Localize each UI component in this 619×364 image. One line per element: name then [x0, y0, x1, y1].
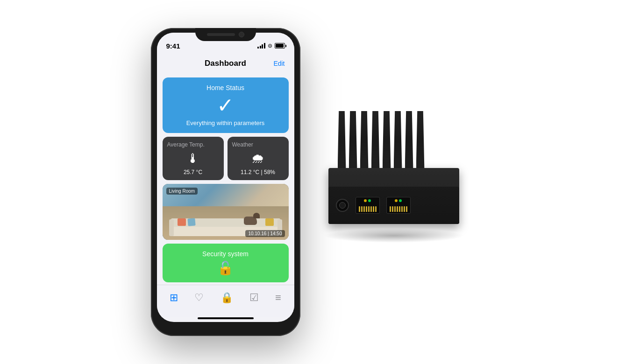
port-pins-2 — [390, 206, 407, 212]
led-green-2 — [399, 199, 402, 202]
pin-2 — [361, 206, 363, 212]
status-icons: ⊜ — [257, 42, 285, 49]
phone-camera — [239, 32, 244, 37]
circular-port — [336, 199, 349, 212]
hardware-box — [319, 112, 469, 252]
pin-1 — [359, 206, 360, 212]
phone: 9:41 ⊜ Dashboard Edit — [151, 28, 300, 336]
pin-16 — [406, 206, 407, 212]
nav-edit-button[interactable]: Edit — [273, 60, 285, 67]
heart-tab-icon: ♡ — [194, 292, 204, 304]
widgets-row: Average Temp. 🌡 25.7 °C Weather 🌧 11.2 °… — [163, 137, 289, 180]
pin-6 — [370, 206, 372, 212]
phone-content: Home Status ✓ Everything within paramete… — [157, 74, 294, 285]
port-pins-1 — [359, 206, 377, 212]
scene: 9:41 ⊜ Dashboard Edit — [151, 28, 469, 336]
pin-7 — [373, 206, 374, 212]
security-card[interactable]: Security system 🔓 — [163, 244, 289, 282]
home-status-description: Everything within parameters — [186, 119, 265, 126]
camera-card[interactable]: Living Room 10.10.16 | 14:50 — [163, 184, 289, 240]
fin-5 — [383, 111, 391, 172]
fin-7 — [405, 111, 413, 172]
signal-icon — [257, 43, 265, 49]
tab-tasks[interactable]: ☑ — [249, 292, 259, 304]
avg-temp-card[interactable]: Average Temp. 🌡 25.7 °C — [163, 137, 224, 180]
fin-8 — [416, 111, 425, 172]
wifi-icon: ⊜ — [268, 42, 272, 49]
status-time: 9:41 — [166, 42, 180, 50]
pin-13 — [399, 206, 400, 212]
weather-icon: 🌧 — [251, 151, 264, 166]
security-title: Security system — [202, 250, 249, 258]
phone-notch — [195, 28, 256, 41]
box-front — [328, 187, 459, 224]
battery-icon — [275, 43, 285, 49]
port-leds-1 — [364, 199, 371, 202]
weather-value: 11.2 °C | 58% — [241, 169, 275, 175]
weather-title: Weather — [232, 141, 253, 148]
led-green-1 — [368, 199, 371, 202]
fin-1 — [338, 111, 346, 172]
pin-4 — [366, 206, 367, 212]
port-leds-2 — [395, 199, 402, 202]
home-indicator — [198, 317, 254, 319]
tab-favorites[interactable]: ♡ — [194, 292, 204, 304]
heat-fins — [338, 111, 425, 172]
rj45-port-2 — [386, 197, 411, 214]
tasks-tab-icon: ☑ — [249, 292, 259, 304]
pin-15 — [404, 206, 405, 212]
fin-4 — [371, 111, 380, 172]
box-shadow — [324, 229, 464, 243]
pin-11 — [394, 206, 396, 212]
tab-bar: ⊞ ♡ 🔒 ☑ ≡ — [157, 285, 294, 317]
nav-bar: Dashboard Edit — [157, 53, 294, 74]
lock-tab-icon: 🔒 — [221, 292, 233, 304]
nav-title: Dashboard — [205, 59, 246, 68]
fin-2 — [349, 111, 357, 172]
dashboard-tab-icon: ⊞ — [170, 292, 178, 304]
camera-label: Living Room — [166, 188, 198, 195]
avg-temp-value: 25.7 °C — [184, 169, 202, 175]
fin-6 — [394, 111, 402, 172]
tab-dashboard[interactable]: ⊞ — [170, 292, 178, 304]
avg-temp-title: Average Temp. — [167, 141, 205, 148]
tab-menu[interactable]: ≡ — [275, 292, 281, 304]
home-status-card[interactable]: Home Status ✓ Everything within paramete… — [163, 77, 289, 133]
fin-3 — [360, 111, 369, 172]
led-yellow-1 — [364, 199, 367, 202]
lock-icon: 🔓 — [217, 260, 234, 276]
pin-14 — [401, 206, 403, 212]
pin-12 — [397, 206, 398, 212]
camera-timestamp: 10.10.16 | 14:50 — [245, 230, 285, 237]
home-status-title: Home Status — [206, 84, 244, 91]
menu-tab-icon: ≡ — [275, 292, 281, 304]
pin-9 — [390, 206, 391, 212]
led-yellow-2 — [395, 199, 398, 202]
pin-8 — [375, 206, 377, 212]
rj45-port-1 — [356, 197, 380, 214]
phone-screen: 9:41 ⊜ Dashboard Edit — [157, 33, 294, 322]
check-icon: ✓ — [217, 95, 234, 116]
pin-3 — [363, 206, 365, 212]
tab-lock[interactable]: 🔒 — [221, 292, 233, 304]
thermometer-icon: 🌡 — [186, 151, 199, 166]
phone-speaker — [207, 33, 235, 36]
pin-5 — [368, 206, 370, 212]
weather-card[interactable]: Weather 🌧 11.2 °C | 58% — [228, 137, 289, 180]
pin-10 — [392, 206, 393, 212]
